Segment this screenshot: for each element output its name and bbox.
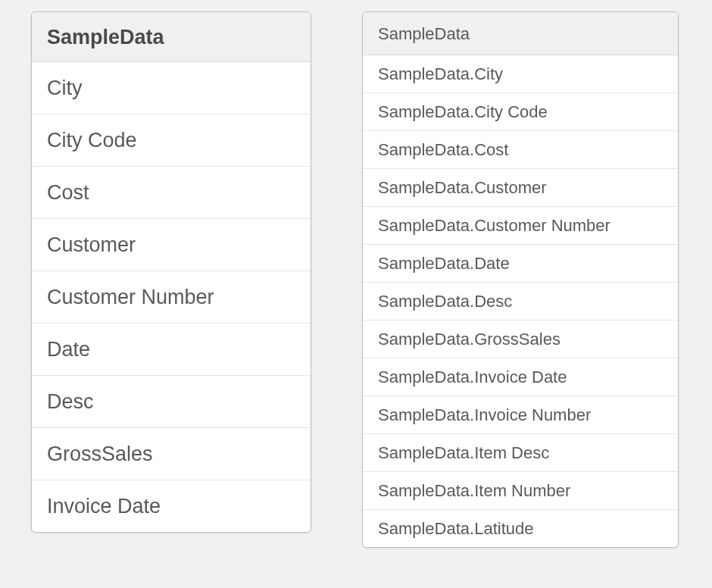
field-item[interactable]: Desc bbox=[32, 376, 311, 428]
field-item[interactable]: SampleData.City Code bbox=[363, 93, 678, 131]
field-item[interactable]: SampleData.Invoice Number bbox=[363, 396, 678, 434]
field-item[interactable]: Customer Number bbox=[32, 271, 311, 324]
field-item[interactable]: SampleData.Cost bbox=[363, 131, 678, 169]
field-item[interactable]: SampleData.Date bbox=[363, 245, 678, 283]
field-item[interactable]: SampleData.GrossSales bbox=[363, 321, 678, 358]
field-item[interactable]: SampleData.City bbox=[363, 55, 678, 93]
field-item[interactable]: City Code bbox=[32, 114, 311, 167]
field-item[interactable]: SampleData.Invoice Date bbox=[363, 358, 678, 396]
field-item[interactable]: SampleData.Customer bbox=[363, 169, 678, 207]
panel-header-left: SampleData bbox=[32, 12, 311, 62]
field-list-right: SampleData.City SampleData.City Code Sam… bbox=[363, 55, 678, 547]
field-item[interactable]: Customer bbox=[32, 219, 311, 271]
field-item[interactable]: GrossSales bbox=[32, 428, 311, 480]
field-item[interactable]: Cost bbox=[32, 167, 311, 219]
panel-header-right: SampleData bbox=[363, 12, 678, 55]
field-item[interactable]: Invoice Date bbox=[32, 480, 311, 532]
field-panel-right: SampleData SampleData.City SampleData.Ci… bbox=[362, 11, 679, 548]
field-list-left: City City Code Cost Customer Customer Nu… bbox=[32, 62, 311, 532]
field-item[interactable]: City bbox=[32, 62, 311, 114]
field-panel-left: SampleData City City Code Cost Customer … bbox=[31, 11, 311, 533]
field-item[interactable]: SampleData.Latitude bbox=[363, 510, 678, 547]
field-item[interactable]: Date bbox=[32, 324, 311, 376]
field-item[interactable]: SampleData.Item Desc bbox=[363, 434, 678, 472]
field-item[interactable]: SampleData.Desc bbox=[363, 283, 678, 321]
field-item[interactable]: SampleData.Item Number bbox=[363, 472, 678, 510]
field-item[interactable]: SampleData.Customer Number bbox=[363, 207, 678, 245]
